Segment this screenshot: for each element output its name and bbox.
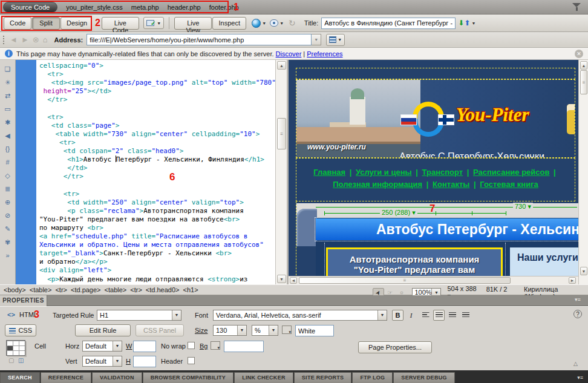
code-scrollbar-vertical[interactable]: ▲ ≡ ▼ xyxy=(275,60,287,284)
back-icon[interactable]: ◄ xyxy=(10,35,18,44)
tag-selector-item-3[interactable]: <td.page> xyxy=(71,286,101,293)
align-right-button[interactable] xyxy=(446,310,458,321)
code-navigator-icon[interactable]: ✳ xyxy=(2,76,14,89)
remove-comment-icon[interactable]: ⊘ xyxy=(2,209,14,222)
merge-cells-icon[interactable]: ▢ xyxy=(8,357,14,364)
panel-menu-icon[interactable]: ▾≡ xyxy=(575,296,581,303)
more-icon[interactable]: » xyxy=(2,249,14,262)
table-width-label-inner[interactable]: 250 (288) ▾ xyxy=(380,209,417,217)
help-icon[interactable]: ? xyxy=(573,310,582,318)
tag-selector-item-2[interactable]: <tr> xyxy=(55,286,67,293)
design-view[interactable]: You-Piter Автобус С.Петербург-Хельсинки … xyxy=(289,60,578,284)
results-tab-search[interactable]: SEARCH xyxy=(0,372,40,383)
tag-selector-item-5[interactable]: <tr> xyxy=(130,286,142,293)
source-code-tab[interactable]: Source Code xyxy=(3,2,57,13)
tag-selector-item-6[interactable]: <td.head0> xyxy=(146,286,180,293)
line-numbers-icon[interactable]: # xyxy=(2,155,14,169)
collapse-selection-icon[interactable]: ▭ xyxy=(2,102,14,116)
address-input[interactable] xyxy=(87,34,312,45)
font-combo[interactable]: Verdana, Arial, Helvetica, sans-serif▼ xyxy=(213,310,387,321)
live-view-options-button[interactable]: ▼ xyxy=(326,34,345,46)
properties-panel-tab[interactable]: PROPERTIES xyxy=(0,295,47,306)
nav-link[interactable]: Гостевая книга xyxy=(480,180,538,189)
balance-braces-icon[interactable]: {} xyxy=(2,142,14,155)
results-tab-validation[interactable]: VALIDATION xyxy=(92,372,142,383)
toolbar-grip[interactable] xyxy=(2,35,5,45)
syntax-error-alerts-icon[interactable]: ≣ xyxy=(2,182,14,195)
refresh-icon[interactable]: ↻ xyxy=(289,18,296,28)
horz-combo[interactable]: Default▼ xyxy=(82,341,122,352)
filter-icon[interactable] xyxy=(572,3,582,11)
live-view-button[interactable]: Live View xyxy=(174,17,212,30)
table-width-bar[interactable]: 730 ▾ 250 (288) ▾ xyxy=(296,203,578,218)
file-management-button[interactable]: ⬇ ⬆ ▼ xyxy=(458,19,475,27)
align-center-button[interactable] xyxy=(433,310,445,321)
no-wrap-checkbox[interactable] xyxy=(188,342,195,349)
vert-combo[interactable]: Default▼ xyxy=(82,356,122,367)
forward-icon[interactable]: ► xyxy=(21,35,29,44)
address-dropdown-button[interactable]: ▼ xyxy=(312,34,321,45)
page-properties-button[interactable]: Page Properties... xyxy=(358,341,432,353)
collapse-full-tag-icon[interactable]: ⇄ xyxy=(2,89,14,102)
stop-icon[interactable]: ⊗ xyxy=(33,35,39,44)
code-scroll-thumb[interactable]: ≡ xyxy=(277,118,286,149)
discover-link[interactable]: Discover xyxy=(276,50,302,57)
css-mode-button[interactable]: CSS xyxy=(5,324,36,336)
size-combo[interactable]: 130▼ xyxy=(213,325,247,336)
nav-link[interactable]: Транспорт xyxy=(422,168,463,177)
design-scrollbar-vertical[interactable]: ▲ ≡ ▼ xyxy=(578,60,588,284)
tag-selector-item-7[interactable]: <h1> xyxy=(183,286,198,293)
inspect-button[interactable]: Inspect xyxy=(212,17,246,30)
align-left-button[interactable] xyxy=(420,310,431,321)
close-icon[interactable]: ✕ xyxy=(575,50,583,58)
title-input[interactable] xyxy=(321,18,456,29)
bg-color-swatch[interactable] xyxy=(211,341,220,350)
design-hscroll-thumb[interactable]: ≡ xyxy=(299,277,511,284)
scroll-down-icon[interactable]: ▼ xyxy=(580,267,587,275)
table-width-label-outer[interactable]: 730 ▾ xyxy=(513,203,533,211)
tag-selector-item-0[interactable]: <body> xyxy=(4,286,26,293)
code-view-button[interactable]: Code xyxy=(4,17,31,30)
design-view-button[interactable]: Design xyxy=(60,17,92,30)
apply-comment-icon[interactable]: ⊕ xyxy=(2,195,14,209)
css-panel-button[interactable]: CSS Panel xyxy=(136,324,184,336)
scroll-down-icon[interactable]: ▼ xyxy=(277,275,286,283)
panel-menu-icon[interactable]: ▾≡ xyxy=(577,375,583,383)
related-file-tab-1[interactable]: meta.php xyxy=(131,4,159,11)
results-tab-ftp-log[interactable]: FTP LOG xyxy=(352,372,393,383)
open-documents-icon[interactable]: ❏ xyxy=(2,62,14,76)
split-cell-icon[interactable]: ◫ xyxy=(18,357,24,364)
nav-link[interactable]: Услуги и цены xyxy=(356,168,412,177)
home-icon[interactable]: ⌂ xyxy=(43,35,48,44)
scroll-up-icon[interactable]: ▲ xyxy=(580,61,587,70)
related-file-tab-2[interactable]: header.php xyxy=(168,4,201,11)
visual-aids-button[interactable]: ▼ xyxy=(270,19,284,27)
nav-link[interactable]: Расписание рейсов xyxy=(473,168,549,177)
tag-selector-item-4[interactable]: <table> xyxy=(105,286,127,293)
targeted-rule-combo[interactable]: H1▼ xyxy=(97,310,181,321)
bold-button[interactable]: B xyxy=(392,310,403,321)
scroll-right-icon[interactable]: ► xyxy=(569,277,576,284)
nav-link[interactable]: Контакты xyxy=(433,180,469,189)
live-code-button[interactable]: Live Code xyxy=(102,17,139,30)
results-tab-browser-compatibility[interactable]: BROWSER COMPATIBILITY xyxy=(143,372,234,383)
related-file-tab-0[interactable]: you_piter_style.css xyxy=(66,4,123,11)
text-color-input[interactable] xyxy=(295,325,334,336)
preview-in-browser-button[interactable]: ▼ xyxy=(252,19,266,28)
expand-all-icon[interactable]: ✱ xyxy=(2,116,14,129)
recent-snippets-icon[interactable]: ✾ xyxy=(2,235,14,249)
design-scrollbar-horizontal[interactable]: ◄ ≡ ► xyxy=(289,276,578,284)
results-tab-server-debug[interactable]: SERVER DEBUG xyxy=(393,372,454,383)
header-checkbox[interactable] xyxy=(188,357,195,364)
preferences-link[interactable]: Preferences xyxy=(307,50,342,57)
italic-button[interactable]: I xyxy=(405,310,417,321)
edit-rule-button[interactable]: Edit Rule xyxy=(75,324,131,336)
collapse-panel-icon[interactable]: △ xyxy=(573,361,578,367)
code-editor[interactable]: cellspacing="0">20 <tr>21 <td><img src="… xyxy=(36,60,275,284)
cell-width-input[interactable] xyxy=(133,341,156,352)
split-view-button[interactable]: Split xyxy=(32,17,60,30)
page-heading[interactable]: Автобус Петербург - Хельсин xyxy=(316,218,578,240)
align-justify-button[interactable] xyxy=(460,310,471,321)
design-vscroll-thumb[interactable]: ≡ xyxy=(580,70,587,94)
results-tab-reference[interactable]: REFERENCE xyxy=(41,372,91,383)
